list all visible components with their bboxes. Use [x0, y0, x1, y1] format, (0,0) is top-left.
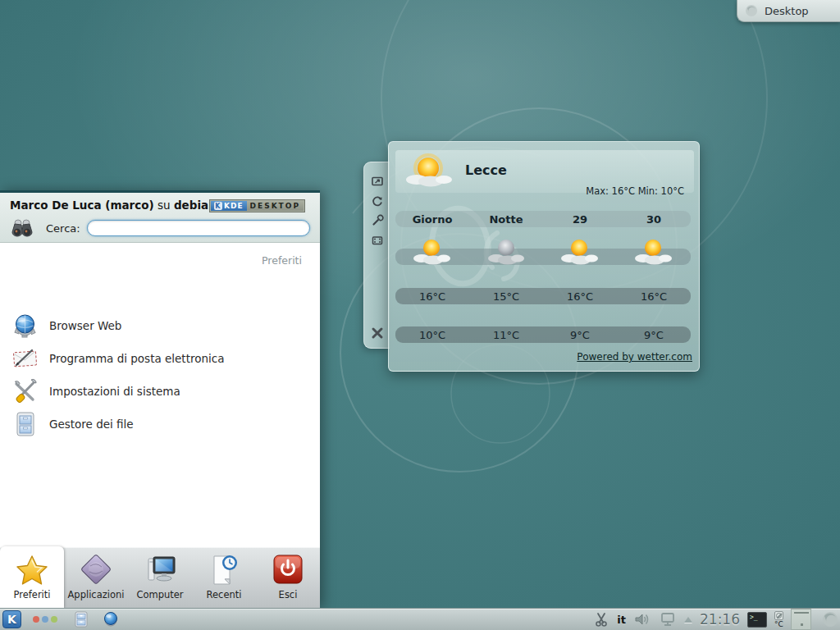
weather-low-temps: 10°C 11°C 9°C 9°C [395, 326, 691, 343]
tab-label: Preferiti [13, 589, 50, 600]
recent-document-clock-icon [207, 554, 241, 587]
favorite-item-web-browser[interactable]: Browser Web [11, 310, 307, 341]
screen-corners-icon[interactable] [371, 234, 384, 247]
col-date-30: 30 [617, 213, 691, 226]
kickoff-tab-bar: Preferiti Applicazioni Computer [0, 547, 320, 608]
power-leave-icon [271, 554, 305, 587]
keyboard-layout-indicator[interactable]: it [617, 614, 626, 626]
web-browser-icon [11, 312, 39, 340]
col-date-29: 29 [543, 213, 617, 226]
favorite-label: Browser Web [49, 319, 121, 332]
favorite-item-system-settings[interactable]: Impostazioni di sistema [11, 376, 307, 407]
weather-city: Lecce [465, 162, 507, 178]
tab-computer[interactable]: Computer [128, 548, 192, 608]
tab-leave[interactable]: Esci [256, 548, 320, 608]
tab-favorites[interactable]: Preferiti [0, 546, 64, 608]
search-input[interactable] [87, 220, 310, 236]
low-temp-30: 9°C [617, 329, 691, 341]
network-monitor-icon[interactable] [659, 611, 677, 628]
forecast-icon-night [469, 237, 543, 270]
favorites-section-label: Preferiti [262, 254, 302, 267]
systray-expander-icon[interactable] [684, 617, 692, 623]
desktop-toolbox[interactable]: Desktop [737, 0, 840, 22]
forecast-icon-29 [543, 237, 617, 270]
favorite-item-mail[interactable]: Programma di posta elettronica [11, 343, 307, 374]
weather-credit-link[interactable]: Powered by wetter.com [577, 351, 692, 363]
weather-column-headers: Giorno Notte 29 30 [395, 211, 691, 227]
low-temp-day: 10°C [395, 329, 469, 341]
low-temp-29: 9°C [543, 329, 617, 341]
close-icon[interactable] [371, 326, 384, 340]
volume-icon[interactable] [633, 611, 651, 628]
low-temp-night: 11°C [469, 329, 543, 341]
desktop-toolbox-label: Desktop [765, 5, 809, 17]
weather-na-icon [774, 611, 783, 620]
file-manager-launcher-icon[interactable] [72, 610, 90, 628]
weather-high-temps: 16°C 15°C 16°C 16°C [395, 288, 691, 304]
bottom-panel: K it [0, 608, 840, 630]
klipper-scissors-icon[interactable] [593, 611, 609, 628]
user-connector: su [158, 199, 171, 212]
forecast-icon-30 [617, 237, 691, 270]
favorite-item-file-manager[interactable]: Gestore dei file [11, 409, 307, 440]
star-icon [15, 554, 49, 587]
dot-red[interactable] [33, 616, 39, 623]
high-temp-30: 16°C [617, 290, 691, 303]
configure-wrench-icon[interactable] [371, 214, 384, 227]
badge-desktop-label: DESKTOP [247, 201, 304, 211]
high-temp-night: 15°C [469, 290, 543, 303]
high-temp-day: 16°C [395, 290, 469, 303]
search-binoculars-icon [10, 217, 34, 239]
weather-widget[interactable]: Lecce Max: 16°C Min: 10°C Giorno Notte 2… [388, 141, 700, 372]
web-browser-launcher-icon[interactable] [102, 610, 120, 628]
kickoff-header: Marco De Luca (marco) su debian KKDE DES… [0, 193, 320, 243]
weather-tray-label: °C [774, 621, 783, 628]
kickoff-launcher: Marco De Luca (marco) su debian KKDE DES… [0, 190, 320, 608]
user-name: Marco De Luca (marco) [10, 199, 154, 212]
favorite-label: Programma di posta elettronica [49, 352, 224, 365]
panel-calendar-strip[interactable] [791, 609, 811, 630]
dot-blue[interactable] [42, 616, 48, 623]
forecast-icon-day [395, 237, 469, 270]
cashew-icon [744, 3, 759, 18]
weather-header: Lecce Max: 16°C Min: 10°C [395, 150, 694, 193]
widget-handle[interactable] [363, 162, 390, 349]
file-manager-icon [11, 410, 39, 438]
weather-minmax: Max: 16°C Min: 10°C [586, 185, 684, 197]
col-day: Giorno [395, 213, 469, 226]
tab-applications[interactable]: Applicazioni [64, 548, 128, 608]
rotate-icon[interactable] [371, 194, 384, 208]
weather-tray-icon[interactable]: °C [774, 611, 783, 628]
tab-label: Applicazioni [68, 589, 125, 600]
kickoff-favorites-view: Preferiti Browser Web [0, 243, 320, 547]
dot-green[interactable] [51, 616, 57, 623]
terminal-tray-icon[interactable]: >_ [747, 612, 767, 628]
high-temp-29: 16°C [543, 290, 617, 303]
applications-diamond-icon [79, 554, 113, 587]
col-night: Notte [469, 213, 543, 226]
user-identity: Marco De Luca (marco) su debian [10, 199, 217, 212]
sun-cloud-icon [404, 152, 454, 191]
resize-icon[interactable] [371, 175, 384, 188]
kde-logo-mini: K [214, 202, 222, 210]
panel-cashew-icon[interactable] [819, 609, 838, 629]
kde-desktop-badge: KKDE DESKTOP [209, 199, 305, 212]
search-label: Cerca: [46, 222, 80, 235]
kmenu-launcher-button[interactable]: K [2, 610, 21, 628]
badge-kde-label: KDE [224, 202, 244, 210]
tab-label: Recenti [207, 589, 242, 600]
favorite-label: Impostazioni di sistema [49, 385, 180, 398]
tab-recent[interactable]: Recenti [192, 548, 256, 608]
tab-label: Esci [279, 589, 298, 600]
activity-dots[interactable] [33, 616, 57, 623]
digital-clock[interactable]: 21:16 [700, 611, 740, 628]
tab-label: Computer [136, 589, 183, 600]
favorite-label: Gestore dei file [49, 418, 134, 431]
system-settings-icon [11, 377, 39, 405]
computer-icon [143, 554, 177, 587]
mail-icon [11, 345, 39, 372]
